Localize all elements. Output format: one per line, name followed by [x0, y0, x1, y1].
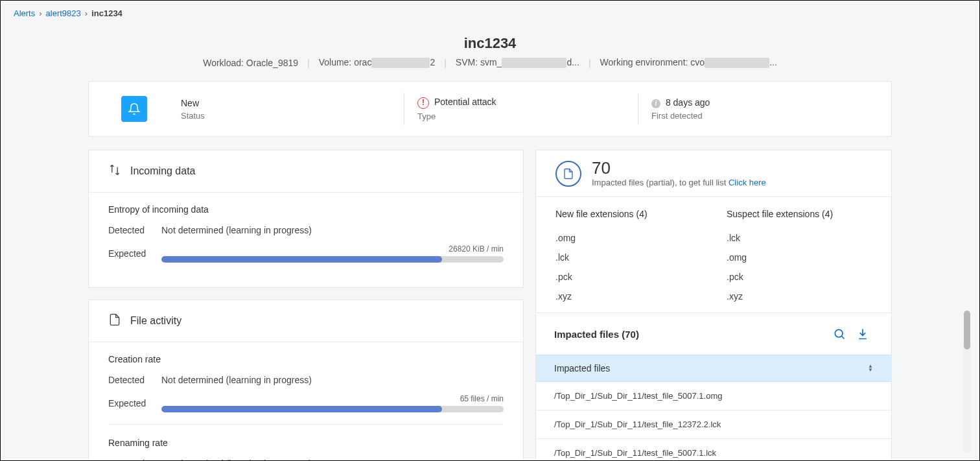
creation-bar-fill [161, 406, 442, 412]
creation-detected-value: Not determined (learning in progress) [161, 375, 504, 385]
table-row[interactable]: /Top_Dir_1/Sub_Dir_11/test_file_5007.1.l… [536, 439, 891, 461]
volume-label: Volume: [319, 57, 352, 67]
volume-value-prefix: orac [354, 57, 371, 67]
new-extensions-header: New file extensions (4) [555, 209, 701, 219]
list-item: .pck [727, 267, 872, 287]
sort-icon [108, 163, 121, 179]
renaming-detected-value: Not determined (learning in progress) [161, 458, 504, 461]
page-meta: Workload: Oracle_9819 | Volume: orac2 | … [88, 57, 892, 68]
chevron-right-icon: › [85, 8, 88, 18]
entropy-title: Entropy of incoming data [108, 204, 504, 215]
breadcrumb-incident-id: inc1234 [91, 8, 122, 18]
search-icon[interactable] [829, 325, 850, 343]
redacted-block [371, 58, 430, 68]
impacted-summary-card: 70 Impacted files (partial), to get full… [535, 150, 892, 313]
renaming-detected-label: Detected [108, 458, 161, 461]
entropy-detected-value: Not determined (learning in progress) [161, 225, 504, 235]
entropy-bar-fill [161, 256, 442, 263]
creation-rate-title: Creation rate [108, 354, 504, 364]
scrollbar-thumb[interactable] [964, 311, 970, 349]
svm-value-suffix: d... [566, 57, 579, 67]
redacted-block [502, 58, 566, 68]
list-item: .pck [555, 267, 701, 287]
sort-icon[interactable]: ▲▼ [868, 364, 873, 372]
svg-point-0 [835, 330, 843, 338]
status-label: Status [181, 111, 205, 121]
page-title: inc1234 [88, 35, 892, 52]
env-label: Working environment: [600, 57, 688, 67]
table-header-row[interactable]: Impacted files ▲▼ [536, 355, 891, 382]
entropy-expected-label: Expected [108, 248, 161, 259]
volume-value-suffix: 2 [430, 57, 435, 67]
list-item: .omg [555, 228, 701, 248]
impacted-full-list-link[interactable]: Click here [729, 178, 766, 187]
svm-label: SVM: [456, 57, 478, 67]
redacted-block [705, 58, 769, 68]
file-activity-card: File activity Creation rate Detected Not… [88, 300, 524, 461]
status-value: New [181, 98, 205, 108]
file-icon [555, 161, 581, 187]
column-impacted-files: Impacted files [554, 363, 610, 373]
breadcrumb-alert-id[interactable]: alert9823 [46, 8, 81, 18]
env-value-suffix: ... [769, 57, 777, 67]
chevron-right-icon: › [39, 8, 41, 18]
download-icon[interactable] [852, 325, 873, 343]
list-item: .xyz [727, 287, 872, 306]
creation-rate: 65 files / min [161, 394, 504, 403]
breadcrumb: Alerts › alert9823 › inc1234 [1, 1, 979, 26]
warning-icon: ! [417, 97, 429, 109]
vertical-scrollbar[interactable] [964, 311, 970, 453]
impacted-count: 70 [592, 160, 766, 176]
entropy-bar [161, 256, 504, 263]
impacted-table-title: Impacted files (70) [554, 329, 639, 340]
table-row[interactable]: /Top_Dir_1/Sub_Dir_11/test_file_12372.2.… [536, 410, 891, 439]
incoming-data-title: Incoming data [130, 165, 196, 177]
info-icon: i [651, 99, 660, 108]
workload-value: Oracle_9819 [246, 58, 298, 68]
workload-label: Workload: [203, 58, 244, 68]
type-value: Potential attack [434, 97, 496, 107]
breadcrumb-alerts[interactable]: Alerts [14, 8, 35, 18]
impacted-table-card: Impacted files (70) [535, 313, 892, 461]
creation-detected-label: Detected [108, 375, 161, 385]
creation-expected-label: Expected [108, 398, 161, 408]
list-item: .omg [727, 248, 872, 267]
renaming-rate-title: Renaming rate [108, 438, 504, 448]
list-item: .lck [727, 228, 872, 248]
impacted-subtitle: Impacted files (partial), to get full li… [592, 178, 729, 187]
svm-value-prefix: svm_ [480, 57, 502, 67]
entropy-detected-label: Detected [108, 225, 161, 235]
env-value-prefix: cvo [690, 57, 705, 67]
file-icon [108, 313, 121, 329]
first-detected-label: First detected [651, 111, 710, 121]
table-row[interactable]: /Top_Dir_1/Sub_Dir_11/test_file_5007.1.o… [536, 382, 891, 410]
list-item: .xyz [555, 287, 701, 306]
bell-icon [121, 96, 147, 122]
suspect-extensions-header: Suspect file extensions (4) [727, 209, 872, 219]
file-activity-title: File activity [130, 315, 181, 327]
summary-card: New Status ! Potential attack Type i [88, 81, 892, 137]
type-label: Type [417, 112, 496, 121]
first-detected-value: 8 days ago [666, 97, 710, 108]
list-item: .lck [555, 248, 701, 267]
incoming-data-card: Incoming data Entropy of incoming data D… [88, 150, 524, 288]
creation-bar [161, 406, 504, 412]
entropy-rate: 26820 KiB / min [161, 244, 504, 254]
